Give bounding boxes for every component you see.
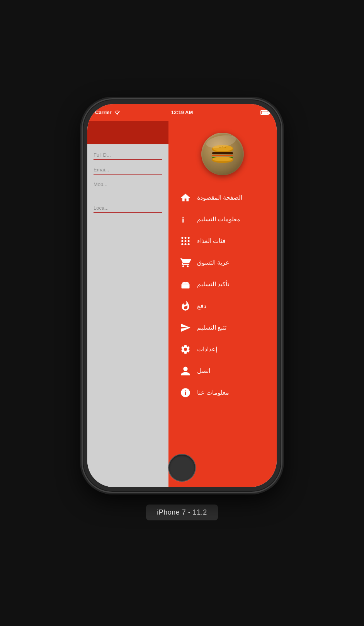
svg-point-13 <box>184 237 186 239</box>
svg-point-10 <box>213 157 233 161</box>
app-logo <box>201 133 244 175</box>
status-right <box>260 110 269 115</box>
volume-up-button <box>82 169 82 190</box>
menu-item-about[interactable]: معلومات عنا <box>176 382 269 404</box>
menu-label-contact: اتصل <box>197 367 210 375</box>
info-circle-icon <box>180 387 191 398</box>
gear-icon <box>180 344 191 355</box>
home-icon <box>180 192 191 203</box>
menu-label-track-delivery: تتبع التسليم <box>197 324 226 331</box>
svg-point-12 <box>181 237 183 239</box>
volume-down-button <box>82 196 82 217</box>
phone-screen: Carrier 12:19 AM <box>87 104 277 487</box>
battery-fill <box>262 111 268 114</box>
status-left: Carrier <box>95 109 120 115</box>
svg-point-15 <box>181 240 183 242</box>
menu-item-cart[interactable]: عربة التسوق <box>176 252 269 274</box>
menu-item-delivery-info[interactable]: معلومات التسليم i <box>176 209 269 230</box>
mute-button <box>82 154 82 167</box>
svg-text:i: i <box>182 215 184 224</box>
info-i-icon: i <box>180 214 191 225</box>
page-wrapper: Carrier 12:19 AM <box>0 0 364 626</box>
status-time: 12:19 AM <box>171 109 193 115</box>
svg-rect-7 <box>212 155 233 156</box>
flame-icon <box>180 301 191 311</box>
menu-item-track-delivery[interactable]: تتبع التسليم <box>176 317 269 339</box>
menu-item-contact[interactable]: اتصل <box>176 360 269 382</box>
cart-icon <box>180 257 191 268</box>
svg-rect-6 <box>212 152 233 154</box>
menu-item-home[interactable]: الصفحة المقصودة <box>176 187 269 209</box>
wifi-icon <box>114 110 120 115</box>
menu-item-settings[interactable]: إعدادات <box>176 339 269 360</box>
menu-list: الصفحة المقصودة معلومات التسليم i <box>168 187 277 404</box>
svg-point-18 <box>181 243 183 245</box>
svg-point-5 <box>225 147 226 148</box>
svg-point-16 <box>184 240 186 242</box>
status-bar: Carrier 12:19 AM <box>87 104 277 121</box>
home-button[interactable] <box>168 454 196 482</box>
menu-label-food-categories: فئات الغذاء <box>197 237 226 245</box>
svg-point-2 <box>213 145 233 151</box>
form-field-mobile: Mob... <box>94 181 162 189</box>
grid-icon <box>180 236 191 246</box>
carrier-label: Carrier <box>95 109 112 115</box>
person-icon <box>180 366 191 376</box>
menu-label-about: معلومات عنا <box>197 389 229 396</box>
screen-content: Full D... Emai... Mob... Loca... <box>87 121 277 487</box>
left-panel: Full D... Emai... Mob... Loca... <box>87 121 168 487</box>
paper-plane-icon <box>180 322 191 333</box>
right-panel: الصفحة المقصودة معلومات التسليم i <box>168 121 277 487</box>
menu-label-cart: عربة التسوق <box>197 259 230 266</box>
burger-icon <box>209 144 236 164</box>
menu-item-confirm-delivery[interactable]: تأكيد التسليم <box>176 274 269 295</box>
form-field-fullname: Full D... <box>94 152 162 160</box>
left-panel-top <box>87 121 168 144</box>
form-field-location: Loca... <box>94 205 162 213</box>
power-button <box>282 177 282 208</box>
form-fields: Full D... Emai... Mob... Loca... <box>87 144 168 221</box>
svg-point-17 <box>188 240 190 242</box>
svg-point-4 <box>222 146 223 147</box>
form-field-empty <box>94 196 162 198</box>
menu-label-payment: دفع <box>197 302 206 310</box>
svg-point-0 <box>116 114 117 115</box>
menu-label-settings: إعدادات <box>197 345 217 353</box>
svg-point-3 <box>219 147 221 148</box>
menu-item-payment[interactable]: دفع <box>176 295 269 317</box>
phone-shell: Carrier 12:19 AM <box>82 98 282 493</box>
svg-rect-21 <box>182 284 190 289</box>
battery-icon <box>260 110 269 115</box>
menu-label-delivery-info: معلومات التسليم <box>197 216 240 223</box>
form-field-email: Emai... <box>94 167 162 174</box>
svg-point-14 <box>188 237 190 239</box>
svg-point-19 <box>184 243 186 245</box>
device-label: iPhone 7 - 11.2 <box>146 505 218 520</box>
menu-label-confirm-delivery: تأكيد التسليم <box>197 281 229 288</box>
menu-label-home: الصفحة المقصودة <box>197 194 242 201</box>
svg-point-20 <box>188 243 190 245</box>
menu-item-food-categories[interactable]: فئات الغذاء <box>176 230 269 252</box>
basket-icon <box>180 279 191 290</box>
